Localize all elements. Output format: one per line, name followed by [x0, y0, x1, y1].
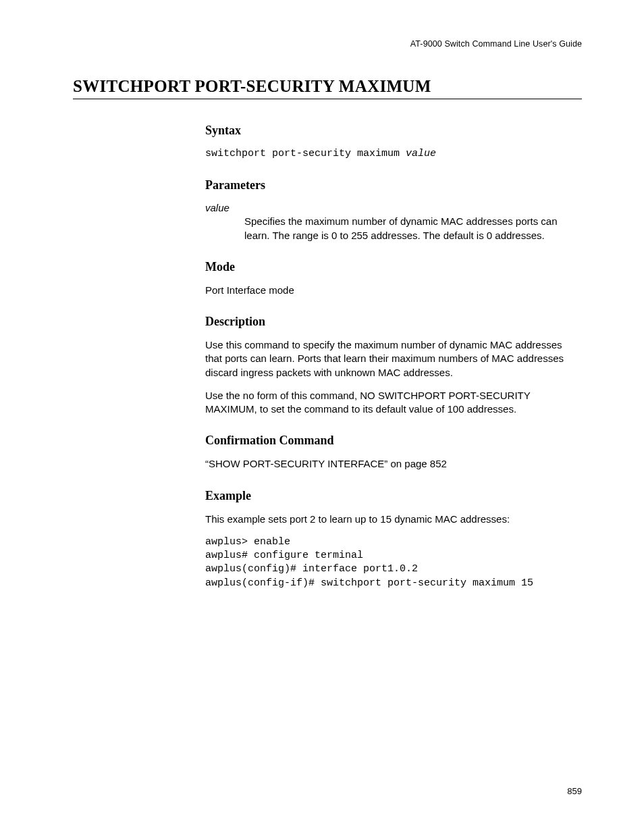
- example-heading: Example: [205, 489, 575, 503]
- confirmation-text: “SHOW PORT-SECURITY INTERFACE” on page 8…: [205, 457, 575, 471]
- mode-heading: Mode: [205, 260, 575, 274]
- mode-text: Port Interface mode: [205, 284, 575, 297]
- example-code: awplus> enable awplus# configure termina…: [205, 536, 575, 590]
- running-head: AT-9000 Switch Command Line User's Guide: [73, 39, 582, 49]
- param-desc: Specifies the maximum number of dynamic …: [244, 215, 575, 242]
- description-p2: Use the no form of this command, NO SWIT…: [205, 389, 575, 417]
- page-title: SWITCHPORT PORT-SECURITY MAXIMUM: [73, 77, 582, 99]
- page-number: 859: [567, 786, 582, 796]
- page: AT-9000 Switch Command Line User's Guide…: [0, 0, 644, 834]
- syntax-command: switchport port-security maximum value: [205, 147, 575, 161]
- example-intro: This example sets port 2 to learn up to …: [205, 513, 575, 526]
- confirmation-heading: Confirmation Command: [205, 434, 575, 448]
- description-p1: Use this command to specify the maximum …: [205, 338, 575, 380]
- description-heading: Description: [205, 315, 575, 329]
- content-block: Syntax switchport port-security maximum …: [205, 124, 575, 590]
- syntax-command-text: switchport port-security maximum: [205, 148, 406, 159]
- syntax-heading: Syntax: [205, 124, 575, 138]
- syntax-arg: value: [406, 148, 436, 159]
- parameters-heading: Parameters: [205, 178, 575, 192]
- param-term: value: [205, 202, 575, 213]
